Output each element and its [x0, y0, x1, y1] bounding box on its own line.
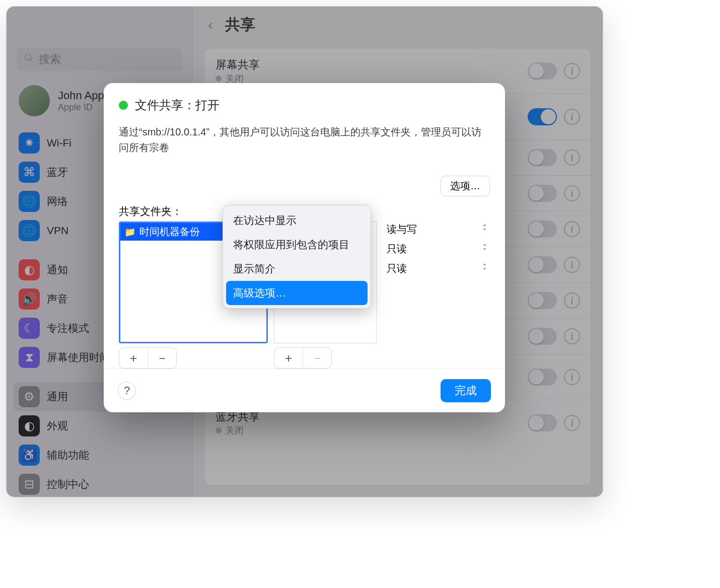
permission-item[interactable]: 读与写˄˅: [383, 219, 490, 239]
permission-label: 只读: [387, 242, 407, 256]
spacer: [383, 204, 490, 216]
context-menu-item[interactable]: 高级选项…: [226, 281, 368, 305]
permission-label: 读与写: [387, 223, 417, 236]
context-menu: 在访达中显示将权限应用到包含的项目显示简介高级选项…: [223, 205, 371, 309]
options-button[interactable]: 选项…: [441, 176, 490, 196]
shared-folder-name: 时间机器备份: [139, 225, 200, 239]
permission-label: 只读: [387, 262, 407, 275]
folder-icon: 📁: [124, 227, 135, 238]
help-button[interactable]: ?: [118, 382, 136, 400]
add-folder-button[interactable]: ＋: [119, 348, 148, 368]
stepper-icon[interactable]: ˄˅: [483, 226, 486, 234]
done-button[interactable]: 完成: [441, 379, 491, 402]
context-menu-item[interactable]: 显示简介: [226, 257, 368, 281]
status-dot-on-icon: [119, 101, 128, 110]
add-user-button[interactable]: ＋: [274, 348, 303, 368]
stepper-icon[interactable]: ˄˅: [483, 265, 486, 273]
users-add-remove: ＋ －: [274, 347, 332, 369]
remove-folder-button[interactable]: －: [148, 348, 176, 368]
permission-item[interactable]: 只读˄˅: [383, 259, 490, 278]
permissions-list: 读与写˄˅只读˄˅只读˄˅: [383, 219, 490, 341]
folders-add-remove: ＋ －: [119, 347, 177, 369]
sheet-description: 通过“smb://10.0.1.4”，其他用户可以访问这台电脑上的共享文件夹，管…: [119, 124, 490, 156]
context-menu-item[interactable]: 将权限应用到包含的项目: [226, 233, 368, 257]
remove-user-button: －: [303, 348, 331, 368]
permission-item[interactable]: 只读˄˅: [383, 239, 490, 259]
stepper-icon[interactable]: ˄˅: [483, 245, 486, 253]
sheet-title: 文件共享：打开: [135, 97, 220, 113]
context-menu-item[interactable]: 在访达中显示: [226, 208, 368, 233]
